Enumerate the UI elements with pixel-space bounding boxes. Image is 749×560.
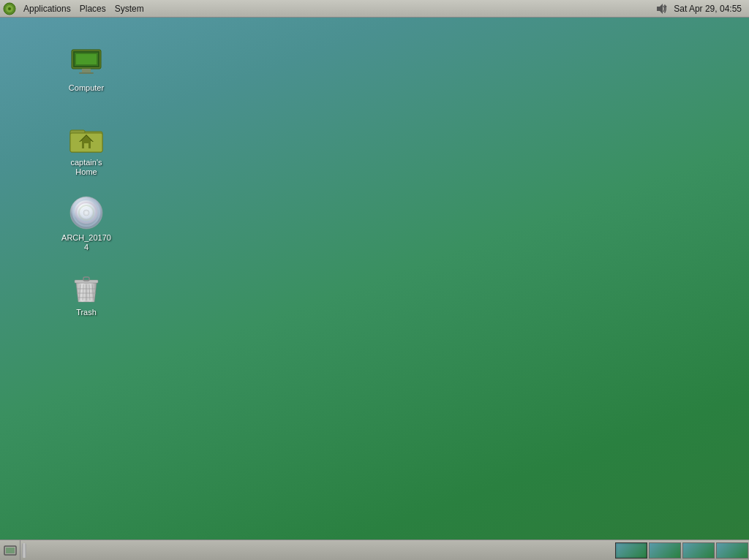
menu-system[interactable]: System [110, 0, 148, 18]
computer-icon [69, 45, 104, 80]
svg-point-26 [80, 207, 92, 219]
computer-icon-label: Computer [69, 83, 104, 93]
menu-applications[interactable]: Applications [19, 0, 75, 18]
top-panel: Applications Places System Sat Apr 29, 0… [0, 0, 749, 18]
panel-right: Sat Apr 29, 04:55 [653, 0, 749, 18]
bottom-panel [0, 540, 749, 560]
taskbar-area [28, 540, 614, 560]
trash-icon-label: Trash [76, 308, 97, 317]
volume-icon[interactable] [653, 1, 669, 17]
home-folder-icon-label: captain's Home [60, 158, 113, 177]
svg-rect-36 [83, 277, 89, 281]
home-folder-icon [69, 120, 104, 155]
show-desktop-button[interactable] [0, 540, 20, 561]
svg-marker-3 [657, 4, 663, 14]
workspace-4[interactable] [716, 542, 748, 559]
workspace-2[interactable] [649, 542, 681, 559]
desktop-icon-home[interactable]: captain's Home [57, 117, 116, 180]
workspace-switcher [614, 540, 749, 561]
menu-places[interactable]: Places [75, 0, 110, 18]
desktop-icon-computer[interactable]: Computer [57, 42, 116, 96]
svg-rect-17 [84, 143, 89, 148]
svg-rect-10 [82, 69, 91, 72]
desktop: Applications Places System Sat Apr 29, 0… [0, 0, 749, 560]
svg-rect-11 [79, 72, 94, 74]
disc-icon [69, 195, 104, 230]
disc-icon-label: ARCH_201704 [60, 233, 113, 252]
svg-point-2 [8, 7, 11, 10]
workspace-3[interactable] [682, 542, 715, 559]
svg-rect-38 [6, 548, 15, 553]
workspace-1[interactable] [615, 542, 647, 559]
desktop-icon-trash[interactable]: Trash [57, 267, 116, 320]
svg-rect-9 [76, 54, 97, 64]
gnome-logo [1, 1, 18, 17]
desktop-icon-disc[interactable]: ARCH_201704 [57, 192, 116, 255]
trash-icon [69, 270, 104, 305]
clock: Sat Apr 29, 04:55 [669, 4, 746, 14]
panel-separator [22, 543, 26, 558]
